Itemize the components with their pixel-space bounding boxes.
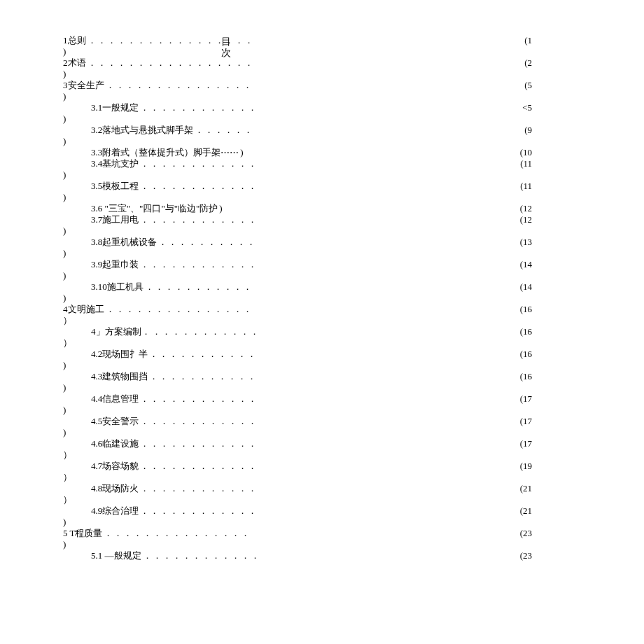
toc-row: 4.8现场防火．．．．．．．．．．．． (63, 483, 413, 494)
toc-close-paren: ) (63, 113, 413, 125)
toc-label: 3.3附着式（整体提升式）脚手架⋯⋯ (91, 147, 239, 158)
toc-close-paren: ) (63, 248, 413, 259)
toc-dots: ．．．．．．．．．．．． (140, 416, 258, 427)
toc-page-number: (10 (520, 147, 532, 158)
toc-dots: ．．．．．．．．．．．． (140, 102, 258, 113)
toc-row: 3.4基坑支护．．．．．．．．．．．． (63, 158, 413, 169)
toc-entry: 3.7施工用电．．．．．．．．．．．．(12) (63, 214, 413, 237)
toc-dots: ．．．．．．．．．．．． (140, 461, 258, 472)
toc-label: 4文明施工 (63, 304, 104, 315)
toc-label: 4.6临建设施 (91, 438, 139, 449)
toc-dots: ．．．．．．．．．．．．．．． (106, 80, 253, 91)
toc-row: 3.5模板工程．．．．．．．．．．．． (63, 181, 413, 192)
toc-dots: ．．．．．．．．．． (158, 237, 256, 248)
toc-dots: ．．．．．．．．．．．． (140, 505, 258, 517)
toc-label: 3.4基坑支护 (91, 158, 139, 169)
toc-entry: 4.3建筑物围挡．．．．．．．．．．．(16) (63, 371, 413, 393)
toc-dots: ．．．．．．．．．．．． (140, 181, 258, 192)
toc-dots: ．．．．．．．．．．．． (140, 393, 258, 405)
toc-page-number: (2 (524, 57, 532, 69)
toc-label: 3.9起重巾装 (91, 259, 139, 270)
toc-page-number: (16 (520, 371, 532, 382)
toc-row: 3.9起重巾装．．．．．．．．．．．． (63, 259, 413, 270)
toc-page-number: (12 (520, 214, 532, 225)
toc-row: 4.6临建设施．．．．．．．．．．．． (63, 438, 413, 449)
toc-close-paren: ) (63, 169, 413, 181)
toc-label: 3.5模板工程 (91, 181, 139, 192)
toc-entry: 3.5模板工程．．．．．．．．．．．．(11) (63, 181, 413, 203)
toc-label: 4.4信息管理 (91, 393, 139, 405)
toc-dots: ．．．．．．．．．．． (149, 371, 257, 382)
toc-entry: 3安全生产．．．．．．．．．．．．．．．(5) (63, 80, 413, 102)
toc-close-paren: ) (63, 427, 413, 438)
toc-close-paren: ) (63, 382, 413, 393)
toc-entry: 1总则．．．．．．．．．．．．．．．．．(1) (63, 35, 413, 57)
toc-row: 2术语．．．．．．．．．．．．．．．．． (63, 57, 413, 69)
toc-label: 5.1 —般规定 (91, 550, 141, 561)
toc-dots: ．．．．．．．．．．． (145, 281, 253, 293)
toc-dots: ) (219, 203, 223, 214)
toc-row: 4.4信息管理．．．．．．．．．．．． (63, 393, 413, 405)
toc-close-paren: ） (63, 337, 413, 349)
toc-page-number: (23 (520, 550, 532, 561)
toc-entry: 3.8起重机械设备．．．．．．．．．．(13) (63, 237, 413, 259)
toc-row: 3.7施工用电．．．．．．．．．．．． (63, 214, 413, 225)
toc-page-number: (5 (524, 80, 532, 91)
toc-close-paren: ） (63, 315, 413, 326)
toc-page-number: (11 (520, 181, 532, 192)
toc-entry: 4.8现场防火．．．．．．．．．．．．(21） (63, 483, 413, 505)
toc-entry: 5.1 —般规定．．．．．．．．．．．．(23 (63, 550, 413, 561)
toc-close-paren: ） (63, 494, 413, 505)
toc-label: 4.2现场围扌半 (91, 349, 148, 360)
toc-row: 3.3附着式（整体提升式）脚手架⋯⋯ ) (63, 147, 413, 158)
toc-page-number: (14 (520, 259, 532, 270)
toc-dots: ．．．．．．．．．．．． (140, 214, 258, 225)
toc-page-number: <5 (522, 102, 532, 113)
toc-close-paren: ) (63, 136, 413, 147)
toc-page-number: (16 (520, 304, 532, 315)
toc-page-number: (12 (520, 203, 532, 214)
toc-row: 3.10施工机具．．．．．．．．．．． (63, 281, 413, 293)
toc-row: 1总则．．．．．．．．．．．．．．．．． (63, 35, 413, 46)
toc-label: 1总则 (63, 35, 86, 46)
toc-entry: 4.6临建设施．．．．．．．．．．．．(17） (63, 438, 413, 461)
toc-dots: ．．．．．．．．．．．．．．． (104, 528, 251, 539)
toc-close-paren: ） (63, 449, 413, 461)
toc-list: 1总则．．．．．．．．．．．．．．．．．(1)2术语．．．．．．．．．．．．．．… (63, 35, 413, 561)
toc-dots: ．．．．．．．．．．．． (140, 483, 258, 494)
toc-dots: ．．．．．．．．．．．． (140, 438, 258, 449)
toc-dots: ．．．．．．．．．．．． (140, 259, 258, 270)
toc-page-number: (17 (520, 416, 532, 427)
toc-row: 4」方案编制．．．．．．．．．．．． (63, 326, 413, 337)
toc-label: 3.6 "三宝"、"四口"与"临边"防护 (91, 203, 218, 214)
toc-row: 3.6 "三宝"、"四口"与"临边"防护 ) (63, 203, 413, 214)
toc-entry: 3.4基坑支护．．．．．．．．．．．．(11) (63, 158, 413, 181)
toc-page-number: (13 (520, 237, 532, 248)
toc-label: 3.1一般规定 (91, 102, 139, 113)
toc-close-paren: ) (63, 46, 413, 57)
toc-entry: 4文明施工．．．．．．．．．．．．．．．(16） (63, 304, 413, 326)
toc-entry: 4」方案编制．．．．．．．．．．．．(16） (63, 326, 413, 349)
toc-label: 3.10施工机具 (91, 281, 144, 293)
toc-page-number: (19 (520, 461, 532, 472)
toc-close-paren: ) (63, 293, 413, 304)
toc-row: 4.3建筑物围挡．．．．．．．．．．． (63, 371, 413, 382)
toc-row: 3.2落地式与悬挑式脚手架．．．．．． (63, 125, 413, 136)
toc-page: 目次 1总则．．．．．．．．．．．．．．．．．(1)2术语．．．．．．．．．．．… (0, 0, 644, 589)
toc-entry: 3.10施工机具．．．．．．．．．．．(14) (63, 281, 413, 304)
toc-entry: 5 T程质量．．．．．．．．．．．．．．．(23) (63, 528, 413, 550)
toc-row: 3.1一般规定．．．．．．．．．．．． (63, 102, 413, 113)
toc-label: 4.7场容场貌 (91, 461, 139, 472)
toc-page-number: (16 (520, 349, 532, 360)
toc-dots: ．．．．．．．．．．．．．．．．． (88, 57, 254, 69)
toc-dots: ．．．．．． (195, 125, 253, 136)
toc-row: 3.8起重机械设备．．．．．．．．．． (63, 237, 413, 248)
toc-entry: 4.9综合治理．．．．．．．．．．．．(21) (63, 505, 413, 528)
toc-page-number: (21 (520, 505, 532, 517)
toc-label: 4.5安全警示 (91, 416, 139, 427)
toc-close-paren: ) (63, 91, 413, 102)
toc-label: 4.9综合治理 (91, 505, 139, 517)
toc-entry: 4.4信息管理．．．．．．．．．．．．(17) (63, 393, 413, 416)
toc-page-number: (23 (520, 528, 532, 539)
toc-dots: ．．．．．．．．．．．． (143, 550, 260, 561)
